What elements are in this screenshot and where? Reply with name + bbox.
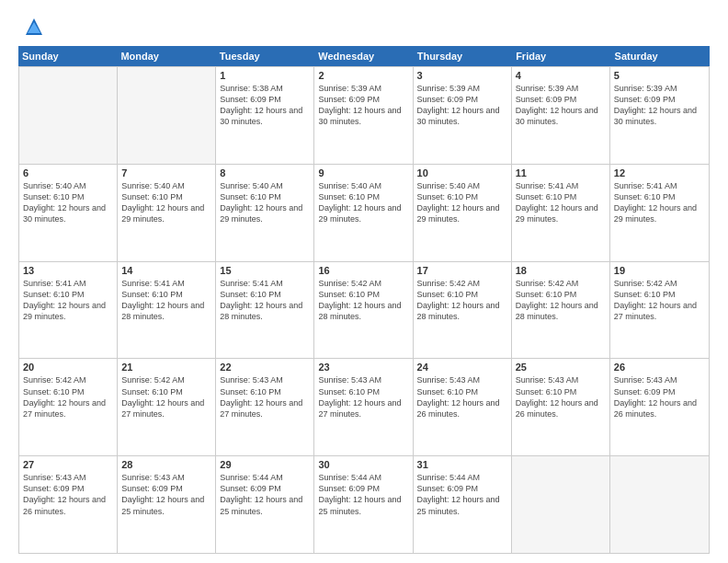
calendar-cell: [118, 67, 216, 164]
cell-detail: Sunrise: 5:42 AMSunset: 6:10 PMDaylight:…: [121, 374, 211, 419]
cell-detail: Sunrise: 5:39 AMSunset: 6:09 PMDaylight:…: [614, 83, 705, 128]
cell-day: 21: [121, 362, 211, 373]
cell-detail: Sunrise: 5:43 AMSunset: 6:09 PMDaylight:…: [121, 472, 211, 517]
calendar-cell: 2Sunrise: 5:39 AMSunset: 6:09 PMDaylight…: [314, 67, 413, 164]
calendar-cell: 9Sunrise: 5:40 AMSunset: 6:10 PMDaylight…: [314, 165, 413, 261]
cell-detail: Sunrise: 5:43 AMSunset: 6:10 PMDaylight:…: [417, 374, 507, 419]
calendar-cell: 14Sunrise: 5:41 AMSunset: 6:10 PMDayligh…: [118, 262, 216, 359]
calendar-cell: 31Sunrise: 5:44 AMSunset: 6:09 PMDayligh…: [414, 456, 512, 553]
cell-day: 16: [318, 265, 408, 276]
calendar-cell: 10Sunrise: 5:40 AMSunset: 6:10 PMDayligh…: [414, 165, 512, 261]
calendar-header: SundayMondayTuesdayWednesdayThursdayFrid…: [18, 46, 710, 66]
calendar-cell: 28Sunrise: 5:43 AMSunset: 6:09 PMDayligh…: [118, 456, 216, 553]
cell-detail: Sunrise: 5:38 AMSunset: 6:09 PMDaylight:…: [220, 83, 310, 128]
cell-detail: Sunrise: 5:41 AMSunset: 6:10 PMDaylight:…: [614, 180, 705, 225]
cell-day: 15: [220, 265, 310, 276]
cell-day: 10: [417, 167, 507, 178]
cell-detail: Sunrise: 5:42 AMSunset: 6:10 PMDaylight:…: [614, 278, 705, 323]
cell-day: 14: [121, 265, 211, 276]
calendar-cell: 16Sunrise: 5:42 AMSunset: 6:10 PMDayligh…: [314, 262, 413, 359]
weekday-header: Wednesday: [314, 46, 413, 66]
calendar-cell: 26Sunrise: 5:43 AMSunset: 6:09 PMDayligh…: [610, 359, 709, 455]
cell-day: 20: [23, 362, 113, 373]
weekday-header: Tuesday: [216, 46, 314, 66]
calendar-cell: 21Sunrise: 5:42 AMSunset: 6:10 PMDayligh…: [118, 359, 216, 455]
weekday-header: Saturday: [611, 46, 710, 66]
cell-day: 12: [614, 167, 705, 178]
calendar-cell: 22Sunrise: 5:43 AMSunset: 6:10 PMDayligh…: [216, 359, 314, 455]
cell-day: 19: [614, 265, 705, 276]
cell-day: 2: [318, 70, 408, 81]
cell-detail: Sunrise: 5:41 AMSunset: 6:10 PMDaylight:…: [121, 278, 211, 323]
cell-detail: Sunrise: 5:43 AMSunset: 6:10 PMDaylight:…: [318, 374, 408, 419]
cell-day: 9: [318, 167, 408, 178]
cell-detail: Sunrise: 5:42 AMSunset: 6:10 PMDaylight:…: [417, 278, 507, 323]
cell-detail: Sunrise: 5:43 AMSunset: 6:10 PMDaylight:…: [220, 374, 310, 419]
cell-day: 5: [614, 70, 705, 81]
cell-detail: Sunrise: 5:40 AMSunset: 6:10 PMDaylight:…: [220, 180, 310, 225]
calendar-cell: 17Sunrise: 5:42 AMSunset: 6:10 PMDayligh…: [414, 262, 512, 359]
calendar-cell: 13Sunrise: 5:41 AMSunset: 6:10 PMDayligh…: [19, 262, 118, 359]
cell-detail: Sunrise: 5:40 AMSunset: 6:10 PMDaylight:…: [318, 180, 408, 225]
calendar-cell: 27Sunrise: 5:43 AMSunset: 6:09 PMDayligh…: [19, 456, 118, 553]
calendar-cell: 23Sunrise: 5:43 AMSunset: 6:10 PMDayligh…: [314, 359, 413, 455]
calendar-row: 27Sunrise: 5:43 AMSunset: 6:09 PMDayligh…: [19, 456, 709, 554]
weekday-header: Sunday: [18, 46, 117, 66]
cell-day: 27: [23, 459, 113, 470]
cell-detail: Sunrise: 5:44 AMSunset: 6:09 PMDaylight:…: [220, 472, 310, 517]
cell-detail: Sunrise: 5:39 AMSunset: 6:09 PMDaylight:…: [417, 83, 507, 128]
cell-detail: Sunrise: 5:40 AMSunset: 6:10 PMDaylight:…: [417, 180, 507, 225]
weekday-header: Thursday: [414, 46, 512, 66]
calendar-cell: 20Sunrise: 5:42 AMSunset: 6:10 PMDayligh…: [19, 359, 118, 455]
cell-day: 29: [220, 459, 310, 470]
cell-detail: Sunrise: 5:42 AMSunset: 6:10 PMDaylight:…: [318, 278, 408, 323]
calendar-cell: 12Sunrise: 5:41 AMSunset: 6:10 PMDayligh…: [610, 165, 709, 261]
weekday-header: Monday: [117, 46, 215, 66]
cell-detail: Sunrise: 5:39 AMSunset: 6:09 PMDaylight:…: [318, 83, 408, 128]
cell-detail: Sunrise: 5:41 AMSunset: 6:10 PMDaylight:…: [23, 278, 113, 323]
calendar-cell: [610, 456, 709, 553]
calendar-row: 20Sunrise: 5:42 AMSunset: 6:10 PMDayligh…: [19, 359, 709, 456]
calendar-row: 6Sunrise: 5:40 AMSunset: 6:10 PMDaylight…: [19, 165, 709, 262]
cell-detail: Sunrise: 5:40 AMSunset: 6:10 PMDaylight:…: [23, 180, 113, 225]
cell-day: 18: [516, 265, 606, 276]
calendar-cell: 5Sunrise: 5:39 AMSunset: 6:09 PMDaylight…: [610, 67, 709, 164]
cell-detail: Sunrise: 5:39 AMSunset: 6:09 PMDaylight:…: [516, 83, 606, 128]
cell-detail: Sunrise: 5:41 AMSunset: 6:10 PMDaylight:…: [220, 278, 310, 323]
cell-day: 28: [121, 459, 211, 470]
calendar-cell: [512, 456, 610, 553]
cell-day: 11: [516, 167, 606, 178]
cell-day: 24: [417, 362, 507, 373]
cell-day: 26: [614, 362, 705, 373]
cell-day: 23: [318, 362, 408, 373]
calendar-cell: [19, 67, 118, 164]
calendar-cell: 4Sunrise: 5:39 AMSunset: 6:09 PMDaylight…: [512, 67, 610, 164]
logo-icon: [24, 17, 44, 37]
calendar-cell: 1Sunrise: 5:38 AMSunset: 6:09 PMDaylight…: [216, 67, 314, 164]
calendar-cell: 24Sunrise: 5:43 AMSunset: 6:10 PMDayligh…: [414, 359, 512, 455]
calendar-cell: 30Sunrise: 5:44 AMSunset: 6:09 PMDayligh…: [314, 456, 413, 553]
cell-detail: Sunrise: 5:40 AMSunset: 6:10 PMDaylight:…: [121, 180, 211, 225]
cell-day: 13: [23, 265, 113, 276]
calendar-row: 1Sunrise: 5:38 AMSunset: 6:09 PMDaylight…: [19, 66, 709, 165]
calendar-cell: 11Sunrise: 5:41 AMSunset: 6:10 PMDayligh…: [512, 165, 610, 261]
cell-detail: Sunrise: 5:41 AMSunset: 6:10 PMDaylight:…: [516, 180, 606, 225]
cell-detail: Sunrise: 5:44 AMSunset: 6:09 PMDaylight:…: [318, 472, 408, 517]
calendar-cell: 19Sunrise: 5:42 AMSunset: 6:10 PMDayligh…: [610, 262, 709, 359]
cell-day: 17: [417, 265, 507, 276]
cell-day: 25: [516, 362, 606, 373]
calendar-cell: 3Sunrise: 5:39 AMSunset: 6:09 PMDaylight…: [414, 67, 512, 164]
cell-day: 3: [417, 70, 507, 81]
cell-day: 4: [516, 70, 606, 81]
cell-detail: Sunrise: 5:42 AMSunset: 6:10 PMDaylight:…: [516, 278, 606, 323]
cell-detail: Sunrise: 5:44 AMSunset: 6:09 PMDaylight:…: [417, 472, 507, 517]
cell-day: 6: [23, 167, 113, 178]
calendar-cell: 25Sunrise: 5:43 AMSunset: 6:10 PMDayligh…: [512, 359, 610, 455]
header: [18, 17, 710, 37]
calendar-cell: 7Sunrise: 5:40 AMSunset: 6:10 PMDaylight…: [118, 165, 216, 261]
logo: [18, 17, 44, 37]
cell-day: 30: [318, 459, 408, 470]
cell-detail: Sunrise: 5:43 AMSunset: 6:09 PMDaylight:…: [614, 374, 705, 419]
cell-detail: Sunrise: 5:42 AMSunset: 6:10 PMDaylight:…: [23, 374, 113, 419]
calendar-cell: 15Sunrise: 5:41 AMSunset: 6:10 PMDayligh…: [216, 262, 314, 359]
